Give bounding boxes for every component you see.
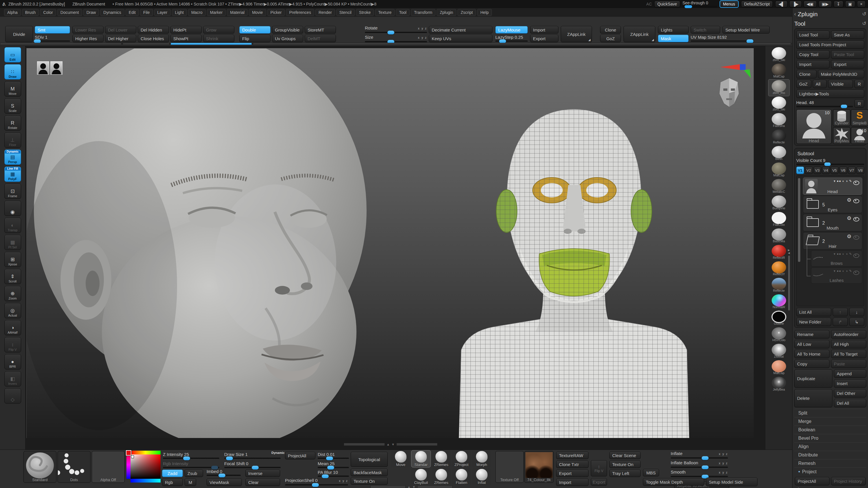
inverse-button[interactable]: Inverse (245, 469, 280, 477)
section-row[interactable]: Bevel Pro (794, 434, 866, 442)
zapplink-button[interactable]: ZAppLink ◢ (561, 26, 592, 42)
left-tool-button[interactable]: ▭ Edit (4, 47, 21, 62)
menu-item[interactable]: Brush (22, 9, 39, 16)
brush-thumbnail[interactable]: Inflat (472, 468, 491, 485)
menu-item[interactable]: Macro (188, 9, 206, 16)
projectall-shelf-button[interactable]: ProjectAll (285, 452, 315, 459)
subtool-header[interactable]: Subtool (796, 150, 864, 158)
rgb-intensity-slider[interactable]: Rgb Intensity (163, 461, 219, 468)
stroke-selector-thumbnail[interactable]: Dots (58, 451, 91, 483)
scroll-down-icon[interactable]: ▼ (392, 443, 395, 446)
setup-model-side-button[interactable]: Setup Model Side (706, 478, 757, 486)
tool-thumbnail-polymesh3d[interactable]: PolyMes (833, 127, 850, 144)
menu-item[interactable]: Light (172, 9, 187, 16)
material-item[interactable]: JellyBea (769, 376, 789, 393)
move-out-button[interactable]: ↱ (833, 318, 848, 326)
material-strip-scrollbar[interactable]: ▶ ◀ (788, 249, 791, 318)
make-polymesh3d-button[interactable]: Make PolyMesh3D (818, 70, 864, 78)
zplugin-palette-header[interactable]: ‹ Zplugin ↺ (794, 9, 866, 19)
left-tool-button[interactable]: ▩ Pt Sel (4, 235, 21, 250)
head-tool-slider[interactable]: Head. 48 (796, 100, 853, 107)
brush-thumbnail[interactable]: Flatten (452, 468, 471, 485)
insert-button[interactable]: Insert (834, 379, 866, 388)
subtool-op-button[interactable]: All To Home (794, 350, 830, 358)
project-history-button[interactable]: Project History (831, 477, 866, 485)
menu-item[interactable]: Zplugin (437, 9, 456, 16)
m-button[interactable]: M (185, 479, 196, 486)
clone-button[interactable]: Clone (600, 26, 621, 34)
import-button[interactable]: Import (530, 26, 558, 34)
texture-button[interactable]: Export (556, 469, 589, 477)
quicksave-button[interactable]: QuickSave (654, 1, 680, 7)
list-all-button[interactable]: List All (796, 308, 831, 316)
brush-thumbnail[interactable]: ClayBuil (411, 468, 431, 485)
material-item[interactable]: HSVColo (769, 327, 789, 343)
material-item[interactable]: BasicMa (769, 228, 789, 244)
mask-button[interactable]: Mask (658, 35, 689, 42)
export-button[interactable]: Export (530, 35, 558, 42)
scene-button[interactable]: Texture On (609, 460, 641, 468)
material-item[interactable]: MetalicC (769, 178, 789, 195)
flip-v-button[interactable]: ↕ Flip V (591, 460, 607, 477)
shelf-button[interactable]: GroupVisible (272, 26, 303, 34)
visibility-eye-icon[interactable] (853, 199, 859, 203)
view-thumbnail-2[interactable] (50, 61, 62, 74)
menu-item[interactable]: Transform (411, 9, 435, 16)
visibility-eye-icon[interactable] (853, 217, 859, 222)
menu-item[interactable]: Dynamics (100, 9, 124, 16)
shelf-button[interactable]: HidePt (170, 26, 202, 34)
smooth-slider[interactable]: Smoothx y z (671, 469, 728, 477)
menu-item[interactable]: Zscript (458, 9, 476, 16)
shelf-button[interactable]: Close Holes (138, 35, 169, 42)
menu-item[interactable]: Render (315, 9, 335, 16)
move-up-button[interactable]: ↑ (833, 308, 848, 316)
left-tool-button[interactable]: Dynamic ▤ Persp (4, 150, 21, 165)
material-item[interactable]: Reflecte (769, 277, 789, 294)
menu-item[interactable]: Stencil (336, 9, 355, 16)
goz-r-button[interactable]: R (855, 80, 864, 88)
shelf-button[interactable]: StoreMT (305, 26, 336, 34)
pa-blur-shelf-slider[interactable]: PA Blur 10 (318, 470, 349, 477)
shelf-button[interactable]: Double (239, 26, 271, 34)
setup-model-wire-button[interactable]: Setup Model Wire (722, 26, 770, 34)
shelf-button[interactable]: DelMT (305, 35, 336, 42)
decimate-current-button[interactable]: Decimate Current (429, 26, 492, 34)
move-down-button[interactable]: ↓ (849, 308, 864, 316)
material-item[interactable]: FastSha (769, 112, 789, 129)
alpha-selector-thumbnail[interactable]: Alpha Off (92, 451, 125, 483)
left-tool-button[interactable]: ⊡ Frame (4, 184, 21, 199)
menu-item[interactable]: Layer (154, 9, 171, 16)
section-row[interactable]: Split (794, 409, 866, 417)
import-tool-button[interactable]: Import (796, 60, 830, 68)
gear-icon[interactable]: ⚙ (847, 197, 851, 203)
reset-icon[interactable]: ↺ (862, 21, 866, 27)
material-item[interactable]: Reflecte (769, 129, 789, 145)
divide-button[interactable]: Divide (5, 26, 33, 42)
mean-shelf-slider[interactable]: Mean 25 (318, 461, 349, 468)
scroll-up-icon[interactable]: ▲ (386, 443, 390, 446)
projection-shell-shelf-slider[interactable]: ProjectionShell 0x y z (285, 478, 348, 486)
subtool-op-button[interactable]: All High (831, 340, 866, 348)
shelf-button[interactable]: Del Higher (105, 35, 136, 42)
shelf-button[interactable]: ShowPt (170, 35, 202, 42)
shelf-button[interactable]: Shrink (203, 35, 235, 42)
shelf-button[interactable]: Higher Res (72, 35, 103, 42)
rotate-slider[interactable]: Rotatex y z (365, 26, 427, 33)
delete-button[interactable]: Delete (794, 389, 832, 408)
brush-thumbnail[interactable]: Move (391, 450, 410, 467)
left-tool-button[interactable]: ⊞ Xpose (4, 252, 21, 267)
section-row[interactable]: Align (794, 442, 866, 451)
shelf-button[interactable]: Del Hidden (138, 26, 169, 34)
subtool-view-tab[interactable]: V2 (805, 166, 813, 174)
visibility-eye-icon[interactable] (853, 181, 859, 185)
subtool-view-tab[interactable]: V1 (796, 166, 804, 174)
uv-map-size-slider[interactable]: UV Map Size 8192 (691, 35, 754, 42)
left-tool-button[interactable]: ⊕ Zoom (4, 286, 21, 301)
focal-shift-slider[interactable]: Focal Shift 0 (224, 461, 281, 468)
material-item[interactable]: MatCap (769, 162, 789, 178)
menu-item[interactable]: Edit (126, 9, 139, 16)
material-item[interactable]: ReflectR (769, 244, 789, 261)
brush-thumbnail[interactable]: ZRemes (432, 450, 451, 467)
left-tool-button[interactable]: ↕ Flip V (4, 337, 21, 352)
tool-thumbnail-simplebrush[interactable]: S SimpleB (851, 109, 868, 126)
